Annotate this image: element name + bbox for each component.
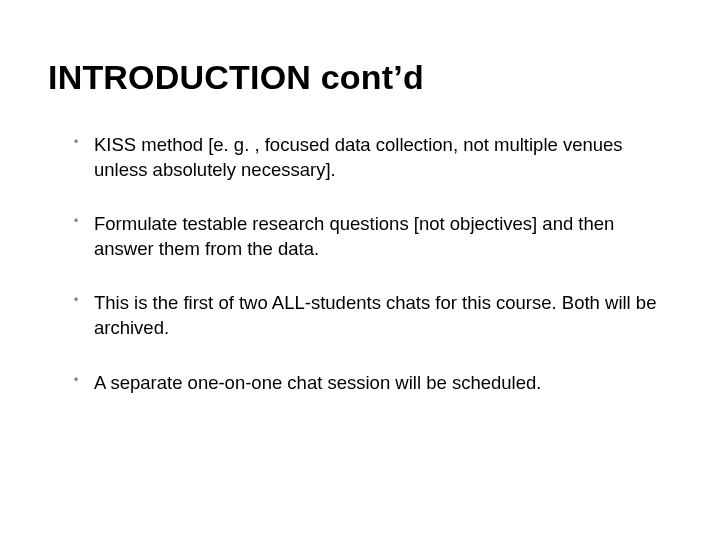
list-item: A separate one-on-one chat session will … [74,371,672,396]
list-item: KISS method [e. g. , focused data collec… [74,133,672,182]
bullet-list: KISS method [e. g. , focused data collec… [48,133,672,395]
list-item: This is the first of two ALL-students ch… [74,291,672,340]
slide-title: INTRODUCTION cont’d [48,58,672,97]
list-item: Formulate testable research questions [n… [74,212,672,261]
slide: INTRODUCTION cont’d KISS method [e. g. ,… [0,0,720,540]
